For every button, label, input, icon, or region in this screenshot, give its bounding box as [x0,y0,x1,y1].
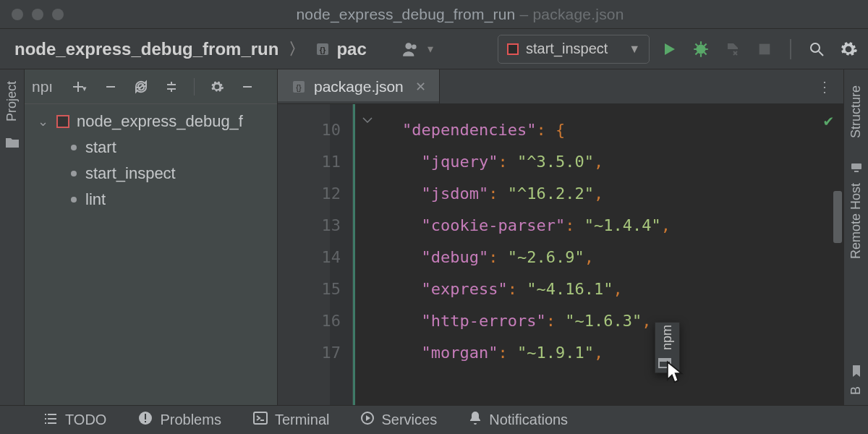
npm-script-item[interactable]: lint [32,187,277,213]
close-window-dot[interactable] [12,9,23,20]
status-label: Terminal [275,412,330,428]
svg-rect-5 [760,43,770,54]
status-label: Notifications [489,412,568,428]
project-tool-button[interactable]: Project [4,81,20,122]
status-problems[interactable]: Problems [138,411,221,429]
chevron-down-icon[interactable]: ▾ [427,42,433,56]
bullet-icon [71,145,77,150]
svg-text:{}: {} [296,83,302,92]
status-label: TODO [65,412,106,428]
tree-root-row[interactable]: ⌄ node_express_debug_f [32,109,277,135]
fold-toggle-icon[interactable] [355,114,379,126]
breadcrumb[interactable]: node_express_debug_from_run 〉 {} pac [14,38,367,60]
collapse-all-icon[interactable] [162,80,181,93]
line-gutter[interactable]: 1011121314151617 [278,104,353,405]
json-file-icon: {} [291,79,307,95]
play-icon [361,412,374,428]
add-icon[interactable]: ▾ [71,80,90,94]
status-todo[interactable]: TODO [43,412,106,428]
minimize-window-dot[interactable] [32,9,43,20]
warn-icon [138,411,153,429]
navigation-bar: node_express_debug_from_run 〉 {} pac ▾ s… [0,29,868,69]
svg-point-2 [405,43,412,49]
bookmarks-tool-button[interactable]: B [848,359,864,401]
bullet-icon [71,197,77,203]
debug-button[interactable] [689,37,713,61]
structure-tool-button[interactable]: Structure [848,75,864,144]
code-line[interactable]: "jsdom": "^16.2.2", [402,178,843,210]
editor-tabs: {} package.json ✕ ⋮ [278,69,843,104]
code-line[interactable]: "cookie-parser": "~1.4.4", [402,210,843,242]
project-folder-icon[interactable] [5,136,20,153]
chevron-down-icon: ▼ [629,43,640,56]
titlebar: node_express_debug_from_run – package.js… [0,0,868,29]
code-line[interactable]: "morgan": "~1.9.1", [402,337,843,369]
npm-script-item[interactable]: start [32,135,277,161]
npm-script-item[interactable]: start_inspect [32,161,277,187]
code-line[interactable]: "debug": "~2.6.9", [402,242,843,273]
remote-host-tool-button[interactable]: Remote Host [848,156,864,265]
code-line[interactable]: "dependencies": { [402,114,843,146]
run-config-selector[interactable]: start_inspect ▼ [498,35,650,64]
refresh-icon[interactable] [132,80,150,94]
minimize-icon[interactable] [238,80,257,93]
tab-label: package.json [314,78,404,95]
tree-root-label: node_express_debug_f [77,112,243,131]
search-button[interactable] [804,37,829,61]
editor-tabs-menu[interactable]: ⋮ [806,69,843,103]
close-icon[interactable]: ✕ [415,79,426,95]
npm-scripts-tree[interactable]: ⌄ node_express_debug_f startstart_inspec… [25,104,277,213]
npm-tool-window: npı ▾ ⌄ node_express_debug_f startstart_… [25,69,278,405]
svg-rect-14 [145,414,146,420]
attach-button[interactable] [720,37,745,61]
separator [790,39,791,59]
left-tool-strip: Project [0,69,25,405]
run-config-icon [507,43,519,55]
window-controls [12,9,64,20]
npm-project-icon [56,115,69,128]
vcs-users-icon[interactable] [399,37,423,61]
zoom-window-dot[interactable] [52,9,64,20]
remove-icon[interactable] [101,80,120,93]
analysis-ok-icon[interactable]: ✔ [824,111,833,129]
status-services[interactable]: Services [361,412,437,428]
svg-rect-11 [851,163,861,169]
code-editor[interactable]: 1011121314151617 "dependencies": { "jque… [278,104,843,405]
npm-tool-header: npı ▾ [25,69,277,104]
gear-icon[interactable] [208,80,226,94]
editor-area: {} package.json ✕ ⋮ 1011121314151617 "de… [278,69,843,405]
svg-text:{}: {} [320,46,326,54]
json-file-icon: {} [315,41,331,57]
tab-package-json[interactable]: {} package.json ✕ [278,69,440,103]
svg-point-3 [412,44,417,49]
code-line[interactable]: "express": "~4.16.1", [402,273,843,305]
code-content[interactable]: "dependencies": { "jquery": "^3.5.0", "j… [379,104,843,405]
npm-script-label: lint [85,190,106,209]
code-line[interactable]: "jquery": "^3.5.0", [402,146,843,178]
run-config-label: start_inspect [526,41,608,57]
bullet-icon [71,171,77,176]
settings-button[interactable] [836,37,861,61]
run-button[interactable] [657,37,681,61]
status-bar: TODOProblemsTerminalServicesNotification… [0,405,868,434]
status-label: Services [381,412,437,428]
npm-tool-title: npı [32,78,59,95]
scrollbar-thumb[interactable] [833,191,842,243]
breadcrumb-file[interactable]: pac [336,39,366,59]
chevron-down-icon[interactable]: ⌄ [36,114,49,129]
status-notifications[interactable]: Notifications [469,411,568,429]
list-icon [43,412,58,428]
stop-button[interactable] [752,37,777,61]
svg-rect-15 [145,421,146,422]
bell-icon [469,411,482,429]
right-tool-strip: Structure Remote Host B [843,69,868,405]
separator [194,78,195,95]
svg-rect-12 [854,171,859,172]
breadcrumb-root[interactable]: node_express_debug_from_run [14,39,278,59]
code-line[interactable]: "http-errors": "~1.6.3", [402,305,843,337]
window-title: node_express_debug_from_run – package.js… [64,6,856,23]
term-icon [253,412,268,428]
fold-column[interactable] [353,104,379,405]
status-label: Problems [160,412,221,428]
status-terminal[interactable]: Terminal [253,412,330,428]
